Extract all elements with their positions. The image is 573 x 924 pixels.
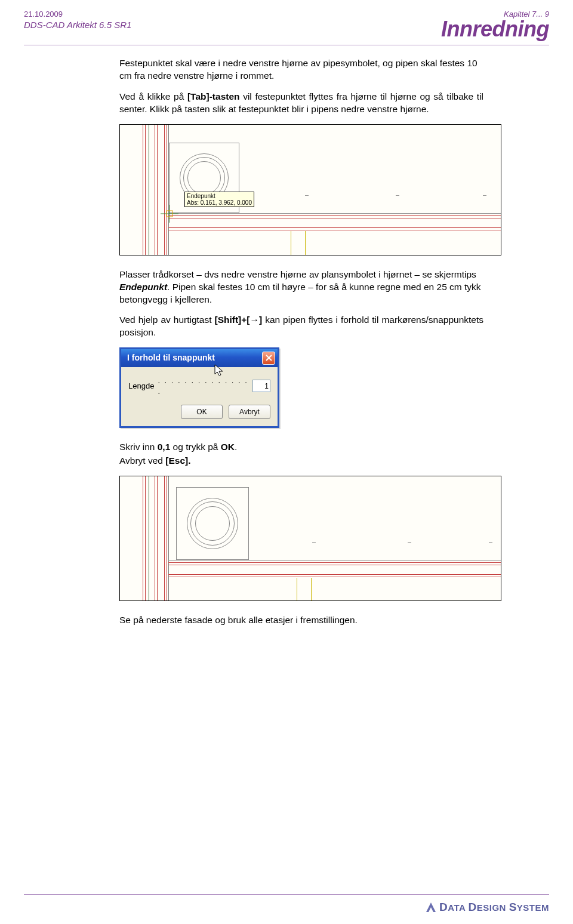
page-header: 21.10.2009 DDS-CAD Arkitekt 6.5 SR1 Kapi…	[0, 0, 573, 44]
cad-figure-1: Endepunkt Abs: 0.161, 3.962, 0.000	[119, 124, 501, 255]
cad-tooltip: Endepunkt Abs: 0.161, 3.962, 0.000	[184, 192, 254, 207]
header-date: 21.10.2009	[24, 10, 131, 19]
page-title: Innredning	[441, 19, 549, 40]
paragraph-5: Skriv inn 0,1 og trykk på OK.	[119, 441, 483, 454]
paragraph-4: Ved hjelp av hurtigtast [Shift]+[→] kan …	[119, 314, 483, 339]
paragraph-7: Se på nederste fasade og bruk alle etasj…	[119, 614, 483, 627]
close-button[interactable]	[262, 352, 275, 365]
close-icon	[266, 355, 272, 361]
paragraph-6: Avbryt ved [Esc].	[119, 455, 483, 467]
dialog-titlebar[interactable]: I forhold til snappunkt	[121, 349, 278, 367]
cad-figure-2	[119, 476, 501, 601]
ok-button[interactable]: OK	[181, 405, 223, 419]
svg-marker-5	[215, 365, 223, 375]
cancel-button[interactable]: Avbryt	[229, 405, 270, 419]
brand-logo-icon	[424, 900, 438, 914]
length-label: Lengde	[128, 381, 154, 392]
main-content: Festepunktet skal være i nedre venstre h…	[0, 57, 573, 627]
header-divider	[24, 45, 549, 45]
paragraph-2: Ved å klikke på [Tab]-tasten vil festepu…	[119, 91, 483, 116]
snap-dialog: I forhold til snappunkt Lengde . . . . .…	[119, 347, 279, 428]
cursor-icon	[214, 364, 226, 378]
paragraph-3: Plasser trådkorset – dvs nedre venstre h…	[119, 269, 483, 306]
footer-divider	[24, 894, 549, 895]
brand-text: DATA DESIGN SYSTEM	[439, 901, 549, 914]
paragraph-1: Festepunktet skal være i nedre venstre h…	[119, 57, 483, 82]
header-product: DDS-CAD Arkitekt 6.5 SR1	[24, 20, 131, 30]
page-footer: DATA DESIGN SYSTEM	[24, 900, 549, 914]
dialog-title: I forhold til snappunkt	[127, 352, 215, 364]
length-input[interactable]	[252, 380, 270, 392]
crosshair-icon	[161, 205, 178, 223]
brand-logo: DATA DESIGN SYSTEM	[424, 900, 549, 914]
label-dots: . . . . . . . . . . . . . . .	[158, 375, 249, 396]
